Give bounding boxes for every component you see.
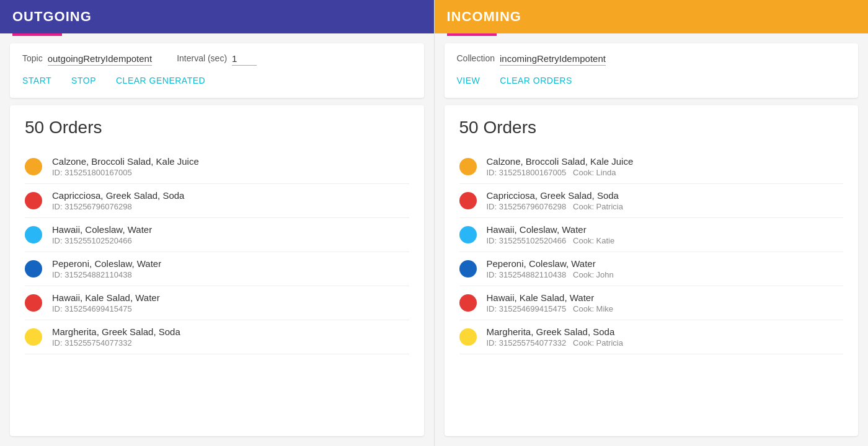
table-row: Peperoni, Coleslaw, Water ID: 3152548821… bbox=[25, 252, 409, 286]
order-name: Hawaii, Coleslaw, Water bbox=[52, 224, 409, 235]
order-name: Calzone, Broccoli Salad, Kale Juice bbox=[52, 156, 409, 167]
collection-value: incomingRetryIdempotent bbox=[500, 53, 606, 66]
order-details: Margherita, Greek Salad, Soda ID: 315255… bbox=[52, 326, 409, 348]
collection-label: Collection bbox=[457, 53, 495, 63]
interval-label: Interval (sec) bbox=[177, 53, 227, 63]
order-id: ID: 315255102520466 bbox=[52, 236, 409, 245]
order-id: ID: 315251800167005 bbox=[52, 168, 409, 177]
table-row: Capricciosa, Greek Salad, Soda ID: 31525… bbox=[459, 184, 844, 218]
order-id-cook: ID: 315251800167005 Cook: Linda bbox=[487, 168, 844, 177]
outgoing-control-card: Topic outgoingRetryIdempotent Interval (… bbox=[10, 43, 424, 98]
incoming-pink-bar bbox=[447, 33, 497, 36]
table-row: Hawaii, Kale Salad, Water ID: 3152546994… bbox=[25, 286, 409, 320]
order-dot bbox=[459, 294, 477, 312]
order-dot bbox=[25, 294, 42, 312]
order-details: Hawaii, Coleslaw, Water ID: 315255102520… bbox=[487, 224, 844, 245]
order-name: Capricciosa, Greek Salad, Soda bbox=[487, 190, 844, 201]
order-dot bbox=[459, 192, 477, 209]
table-row: Calzone, Broccoli Salad, Kale Juice ID: … bbox=[459, 150, 844, 184]
cook-value: Patricia bbox=[596, 202, 623, 211]
incoming-fields-row: Collection incomingRetryIdempotent bbox=[457, 53, 846, 66]
order-name: Capricciosa, Greek Salad, Soda bbox=[52, 190, 409, 201]
order-name: Margherita, Greek Salad, Soda bbox=[487, 326, 844, 337]
order-dot bbox=[25, 226, 42, 243]
outgoing-orders-count: 50 Orders bbox=[25, 118, 409, 138]
order-id-cook: ID: 315256796076298 Cook: Patricia bbox=[487, 202, 844, 211]
topic-label: Topic bbox=[22, 53, 43, 63]
order-id-text: ID: 315255102520466 bbox=[487, 236, 567, 245]
cook-value: Katie bbox=[596, 236, 615, 245]
cook-label-text: Cook: bbox=[569, 202, 596, 211]
table-row: Hawaii, Coleslaw, Water ID: 315255102520… bbox=[459, 218, 844, 252]
order-details: Hawaii, Coleslaw, Water ID: 315255102520… bbox=[52, 224, 409, 245]
order-name: Hawaii, Kale Salad, Water bbox=[52, 292, 409, 303]
order-dot bbox=[25, 192, 42, 209]
view-button[interactable]: VIEW bbox=[457, 73, 480, 88]
order-id-text: ID: 315254699415475 bbox=[487, 304, 567, 313]
order-id: ID: 315254699415475 bbox=[52, 304, 409, 313]
outgoing-title: OUTGOING bbox=[12, 9, 92, 25]
outgoing-orders-list: Calzone, Broccoli Salad, Kale Juice ID: … bbox=[25, 150, 409, 354]
incoming-orders-section: 50 Orders Calzone, Broccoli Salad, Kale … bbox=[445, 105, 859, 436]
cook-value: Linda bbox=[596, 168, 616, 177]
table-row: Margherita, Greek Salad, Soda ID: 315255… bbox=[459, 320, 844, 354]
topic-value: outgoingRetryIdempotent bbox=[48, 53, 152, 66]
stop-button[interactable]: STOP bbox=[71, 73, 96, 88]
start-button[interactable]: START bbox=[22, 73, 51, 88]
cook-value: John bbox=[596, 270, 614, 279]
incoming-header: INCOMING bbox=[435, 0, 869, 33]
order-id-text: ID: 315251800167005 bbox=[487, 168, 567, 177]
order-dot bbox=[459, 328, 477, 346]
outgoing-pink-bar bbox=[12, 33, 62, 36]
order-id-text: ID: 315254882110438 bbox=[487, 270, 567, 279]
order-details: Capricciosa, Greek Salad, Soda ID: 31525… bbox=[487, 190, 844, 211]
order-id-text: ID: 315256796076298 bbox=[487, 202, 567, 211]
order-details: Peperoni, Coleslaw, Water ID: 3152548821… bbox=[487, 258, 844, 279]
table-row: Capricciosa, Greek Salad, Soda ID: 31525… bbox=[25, 184, 409, 218]
cook-value: Mike bbox=[596, 304, 613, 313]
outgoing-orders-section: 50 Orders Calzone, Broccoli Salad, Kale … bbox=[10, 105, 424, 436]
collection-field-group: Collection incomingRetryIdempotent bbox=[457, 53, 606, 66]
order-details: Margherita, Greek Salad, Soda ID: 315255… bbox=[487, 326, 844, 348]
order-details: Peperoni, Coleslaw, Water ID: 3152548821… bbox=[52, 258, 409, 279]
cook-value: Patricia bbox=[596, 338, 623, 348]
outgoing-fields-row: Topic outgoingRetryIdempotent Interval (… bbox=[22, 53, 412, 66]
order-name: Peperoni, Coleslaw, Water bbox=[52, 258, 409, 269]
order-dot bbox=[25, 158, 42, 175]
incoming-action-row: VIEW CLEAR ORDERS bbox=[457, 73, 846, 88]
clear-orders-button[interactable]: CLEAR ORDERS bbox=[500, 73, 572, 88]
order-dot bbox=[25, 260, 42, 278]
order-id: ID: 315254882110438 bbox=[52, 270, 409, 279]
interval-value: 1 bbox=[232, 53, 257, 66]
order-dot bbox=[459, 158, 477, 175]
table-row: Peperoni, Coleslaw, Water ID: 3152548821… bbox=[459, 252, 844, 286]
incoming-orders-count: 50 Orders bbox=[459, 118, 844, 138]
table-row: Calzone, Broccoli Salad, Kale Juice ID: … bbox=[25, 150, 409, 184]
table-row: Hawaii, Kale Salad, Water ID: 3152546994… bbox=[459, 286, 844, 320]
table-row: Margherita, Greek Salad, Soda ID: 315255… bbox=[25, 320, 409, 354]
order-name: Margherita, Greek Salad, Soda bbox=[52, 326, 409, 337]
order-name: Hawaii, Coleslaw, Water bbox=[487, 224, 844, 235]
table-row: Hawaii, Coleslaw, Water ID: 315255102520… bbox=[25, 218, 409, 252]
outgoing-panel: OUTGOING Topic outgoingRetryIdempotent I… bbox=[0, 0, 435, 446]
order-id-cook: ID: 315255102520466 Cook: Katie bbox=[487, 236, 844, 245]
topic-field-group: Topic outgoingRetryIdempotent bbox=[22, 53, 152, 66]
order-dot bbox=[459, 226, 477, 243]
order-name: Calzone, Broccoli Salad, Kale Juice bbox=[487, 156, 844, 167]
outgoing-header: OUTGOING bbox=[0, 0, 434, 33]
cook-label-text: Cook: bbox=[569, 270, 596, 279]
incoming-panel: INCOMING Collection incomingRetryIdempot… bbox=[435, 0, 869, 446]
order-name: Hawaii, Kale Salad, Water bbox=[487, 292, 844, 303]
order-details: Calzone, Broccoli Salad, Kale Juice ID: … bbox=[52, 156, 409, 177]
order-id-text: ID: 315255754077332 bbox=[487, 338, 567, 348]
order-id: ID: 315255754077332 bbox=[52, 338, 409, 348]
clear-generated-button[interactable]: CLEAR GENERATED bbox=[116, 73, 205, 88]
order-dot bbox=[459, 260, 477, 278]
order-details: Hawaii, Kale Salad, Water ID: 3152546994… bbox=[487, 292, 844, 313]
interval-field-group: Interval (sec) 1 bbox=[177, 53, 257, 66]
order-id: ID: 315256796076298 bbox=[52, 202, 409, 211]
order-id-cook: ID: 315254882110438 Cook: John bbox=[487, 270, 844, 279]
incoming-orders-list: Calzone, Broccoli Salad, Kale Juice ID: … bbox=[459, 150, 844, 354]
order-details: Calzone, Broccoli Salad, Kale Juice ID: … bbox=[487, 156, 844, 177]
order-id-cook: ID: 315254699415475 Cook: Mike bbox=[487, 304, 844, 313]
